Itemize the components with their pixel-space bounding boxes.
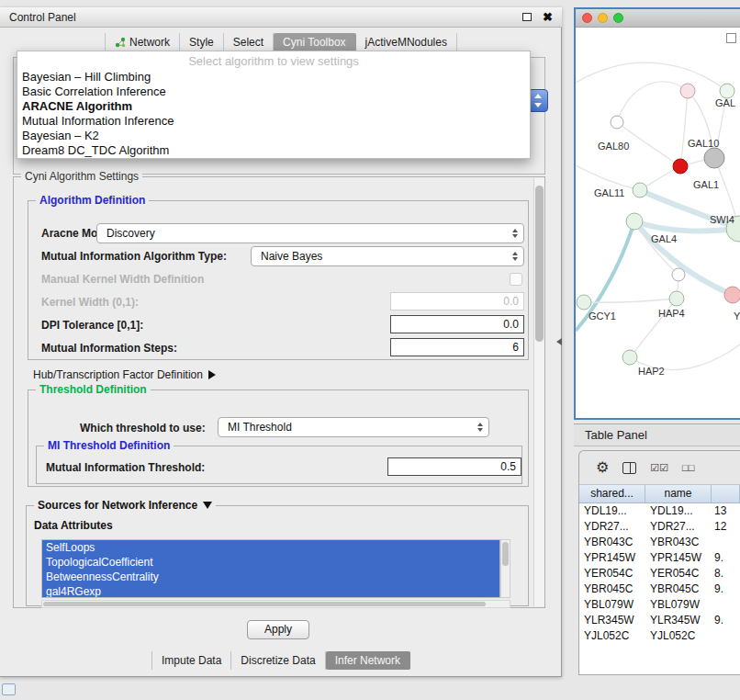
- table-cell: [712, 597, 740, 613]
- attributes-hscrollbar[interactable]: [41, 600, 510, 608]
- table-header-row[interactable]: shared...name: [579, 484, 740, 503]
- attribute-item-gal4rgexp[interactable]: gal4RGexp: [42, 584, 499, 598]
- table-body: YDL19...YDL19...13YDR27...YDR27...12YBR0…: [579, 503, 740, 675]
- table-row[interactable]: YDL19...YDL19...13: [579, 503, 740, 519]
- splitter-collapse-icon[interactable]: [556, 338, 562, 345]
- dropdown-option-bayesian-k2[interactable]: Bayesian – K2: [17, 129, 530, 143]
- network-node[interactable]: [673, 159, 688, 174]
- columns-icon[interactable]: [622, 462, 636, 474]
- network-tab-icon: [115, 37, 126, 48]
- network-node-label: HAP2: [638, 366, 665, 377]
- dpi-tolerance-input[interactable]: [390, 315, 524, 333]
- tab-jactivemnodules[interactable]: jActiveMNodules: [356, 33, 457, 51]
- network-node[interactable]: [680, 84, 695, 98]
- settings-scrollbar[interactable]: [533, 178, 544, 606]
- minimized-panel-icon[interactable]: [2, 683, 16, 695]
- dropdown-option-dream8-dc-tdc-algorithm[interactable]: Dream8 DC_TDC Algorithm: [17, 143, 530, 158]
- network-window-titlebar: [576, 9, 740, 28]
- network-graph[interactable]: GALGAL80GAL10GAL11GAL1SWI4GAL4GCY1HAP4YH…: [576, 28, 740, 417]
- table-row[interactable]: YBL079WYBL079W: [579, 597, 740, 613]
- attribute-item-topologicalcoefficient[interactable]: TopologicalCoefficient: [42, 555, 499, 570]
- network-node[interactable]: [626, 213, 643, 230]
- table-row[interactable]: YDR27...YDR27...12: [579, 519, 740, 535]
- table-row[interactable]: YLR345WYLR345W9.: [579, 613, 740, 628]
- mi-type-value: Naive Bayes: [261, 250, 322, 263]
- table-toolbar: ⚙ ☑☑ □□: [579, 451, 740, 484]
- attributes-vscrollbar-thumb[interactable]: [502, 542, 509, 566]
- network-labels: GALGAL80GAL10GAL11GAL1SWI4GAL4GCY1HAP4YH…: [589, 97, 740, 377]
- dropdown-option-bayesian-hill-climbing[interactable]: Bayesian – Hill Climbing: [17, 70, 530, 85]
- close-icon[interactable]: ✖: [543, 11, 553, 23]
- network-node[interactable]: [672, 268, 685, 281]
- mi-threshold-input[interactable]: [387, 457, 521, 476]
- algorithm-combobox-button[interactable]: [528, 89, 548, 112]
- aracne-mode-value: Discovery: [107, 227, 155, 240]
- table-column-header[interactable]: name: [645, 485, 712, 502]
- dropdown-option-mutual-information-inference[interactable]: Mutual Information Inference: [17, 114, 530, 129]
- network-node[interactable]: [720, 84, 734, 98]
- mi-type-select[interactable]: Naive Bayes: [251, 246, 524, 266]
- table-cell: 13: [712, 503, 740, 519]
- dropdown-option-aracne-algorithm[interactable]: ARACNE Algorithm: [17, 99, 530, 114]
- table-cell: YJL052C: [645, 628, 712, 644]
- spinner-arrows-icon: [477, 423, 483, 432]
- network-node[interactable]: [724, 287, 740, 303]
- attribute-item-selfloops[interactable]: SelfLoops: [42, 540, 499, 555]
- network-node[interactable]: [622, 350, 637, 365]
- network-node[interactable]: [633, 183, 647, 198]
- hub-definition-toggle[interactable]: Hub/Transcription Factor Definition: [33, 367, 216, 382]
- bottom-tab-discretize-data[interactable]: Discretize Data: [231, 651, 325, 670]
- mi-threshold-group: MI Threshold Definition Mutual Informati…: [36, 446, 522, 484]
- network-node[interactable]: [611, 116, 623, 129]
- mi-steps-label: Mutual Information Steps:: [41, 339, 177, 357]
- mi-type-label: Mutual Information Algorithm Type:: [41, 247, 227, 265]
- tab-cyni-toolbox[interactable]: Cyni Toolbox: [274, 33, 355, 51]
- attributes-hscrollbar-thumb[interactable]: [43, 602, 486, 606]
- table-cell: YDR27...: [645, 519, 712, 535]
- close-traffic-light-icon[interactable]: [582, 13, 592, 23]
- network-node-label: GAL10: [688, 138, 719, 149]
- minimize-traffic-light-icon[interactable]: [598, 13, 608, 23]
- apply-button[interactable]: Apply: [247, 620, 309, 639]
- tab-style[interactable]: Style: [180, 33, 224, 51]
- deselect-all-icon[interactable]: □□: [682, 462, 694, 473]
- table-row[interactable]: YPR145WYPR145W9.: [579, 550, 740, 566]
- aracne-mode-select[interactable]: Discovery: [96, 223, 524, 243]
- table-column-header[interactable]: [712, 485, 740, 502]
- gear-icon[interactable]: ⚙: [596, 460, 609, 475]
- birdseye-box[interactable]: [726, 33, 736, 43]
- dropdown-option-basic-correlation-inference[interactable]: Basic Correlation Inference: [17, 85, 530, 99]
- table-row[interactable]: YBR043CYBR043C: [579, 535, 740, 550]
- float-window-icon[interactable]: [522, 13, 532, 21]
- sources-group-title-wrap[interactable]: Sources for Network Inference: [34, 499, 216, 512]
- data-attributes-list[interactable]: SelfLoopsTopologicalCoefficientBetweenne…: [41, 539, 500, 598]
- table-row[interactable]: YJL052CYJL052C: [579, 628, 740, 644]
- bottom-tab-impute-data[interactable]: Impute Data: [151, 651, 231, 670]
- table-cell: [712, 535, 740, 550]
- bottom-tab-infer-network[interactable]: Infer Network: [326, 651, 410, 670]
- attributes-vscrollbar[interactable]: [500, 539, 510, 598]
- mi-steps-input[interactable]: [390, 338, 524, 356]
- table-panel-titlebar: Table Panel: [574, 423, 740, 446]
- hub-definition-label: Hub/Transcription Factor Definition: [33, 367, 203, 382]
- network-node[interactable]: [577, 295, 591, 310]
- control-panel-titlebar: Control Panel ✖: [0, 7, 562, 28]
- manual-kernel-label: Manual Kernel Width Definition: [41, 270, 204, 288]
- kernel-width-input[interactable]: [390, 292, 524, 310]
- settings-scrollbar-thumb[interactable]: [535, 186, 544, 342]
- table-row[interactable]: YBR045CYBR045C9.: [579, 581, 740, 597]
- attribute-item-betweennesscentrality[interactable]: BetweennessCentrality: [42, 570, 499, 584]
- tab-select[interactable]: Select: [224, 33, 274, 51]
- table-cell: YLR345W: [645, 613, 712, 628]
- table-column-header[interactable]: shared...: [579, 485, 645, 502]
- zoom-traffic-light-icon[interactable]: [613, 13, 623, 23]
- select-all-icon[interactable]: ☑☑: [650, 462, 668, 474]
- which-threshold-select[interactable]: MI Threshold: [218, 417, 489, 437]
- tab-label: Select: [233, 37, 263, 48]
- network-node[interactable]: [704, 148, 724, 168]
- network-canvas[interactable]: GALGAL80GAL10GAL11GAL1SWI4GAL4GCY1HAP4YH…: [576, 28, 740, 417]
- table-row[interactable]: YER054CYER054C8.: [579, 566, 740, 581]
- tab-network[interactable]: Network: [105, 33, 180, 51]
- manual-kernel-checkbox[interactable]: [510, 273, 522, 286]
- network-node[interactable]: [669, 291, 684, 306]
